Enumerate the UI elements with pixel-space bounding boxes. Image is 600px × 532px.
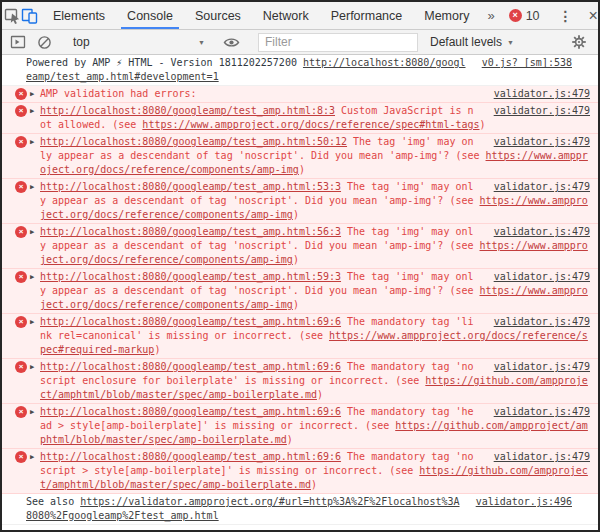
message-link[interactable]: http://localhost:8080/googleamp/test_amp… (40, 136, 347, 147)
message-text: See also (26, 496, 80, 507)
message-link[interactable]: http://localhost:8080/googleamp/test_amp… (40, 105, 335, 116)
expand-triangle-icon[interactable]: ▶ (30, 270, 34, 284)
error-count-badge[interactable]: × 10 (502, 2, 547, 29)
console-message-error: validator.js:479×▶http://localhost:8080/… (2, 449, 598, 494)
console-message-error: validator.js:479×▶http://localhost:8080/… (2, 224, 598, 269)
source-location-link[interactable]: validator.js:479 (494, 450, 590, 464)
tab-console[interactable]: Console (116, 2, 184, 29)
console-toolbar: top ▼ Default levels ▼ (2, 30, 598, 55)
message-link[interactable]: http://localhost:8080/googleamp/test_amp… (40, 271, 341, 282)
error-icon: × (15, 406, 27, 418)
error-count: 10 (526, 9, 540, 23)
device-toolbar-icon[interactable] (21, 2, 38, 29)
message-text: Powered by AMP ⚡ HTML - Version 18112022… (26, 57, 303, 68)
expand-triangle-icon[interactable]: ▶ (30, 360, 34, 374)
message-text: AMP validation had errors: (40, 88, 197, 99)
error-icon: × (509, 9, 522, 22)
source-location-link[interactable]: validator.js:479 (494, 135, 590, 149)
error-icon: × (15, 136, 27, 148)
message-text: ) (299, 164, 305, 175)
expand-triangle-icon[interactable]: ▶ (30, 135, 34, 149)
message-link[interactable]: http://localhost:8080/googleamp/test_amp… (40, 181, 341, 192)
error-icon: × (15, 181, 27, 193)
tab-sources[interactable]: Sources (184, 2, 252, 29)
console-message-error: validator.js:479×▶http://localhost:8080/… (2, 134, 598, 179)
expand-triangle-icon[interactable]: ▶ (30, 405, 34, 419)
source-location-link[interactable]: validator.js:479 (494, 87, 590, 101)
message-link[interactable]: https://www.ampproject.org/docs/referenc… (142, 119, 479, 130)
console-log: v0.js? [sm]:538Powered by AMP ⚡ HTML - V… (2, 55, 598, 530)
expand-triangle-icon[interactable]: ▶ (30, 225, 34, 239)
more-tabs-chevron-icon[interactable]: » (480, 2, 501, 29)
eye-icon[interactable] (218, 36, 245, 49)
chevron-down-icon: ▼ (507, 39, 514, 46)
console-message-info: validator.js:496See also https://validat… (2, 494, 598, 525)
source-location-link[interactable]: validator.js:479 (494, 360, 590, 374)
source-location-link[interactable]: v0.js? [sm]:538 (482, 56, 572, 70)
tab-network[interactable]: Network (252, 2, 320, 29)
tab-elements[interactable]: Elements (42, 2, 116, 29)
source-location-link[interactable]: validator.js:479 (494, 405, 590, 419)
message-link[interactable]: https://validator.ampproject.org/#url=ht… (26, 496, 459, 521)
console-sidebar-toggle-icon[interactable] (4, 35, 31, 49)
close-icon[interactable]: × (581, 2, 600, 29)
chevron-down-icon: ▼ (198, 39, 205, 46)
source-location-link[interactable]: validator.js:479 (494, 225, 590, 239)
clear-console-icon[interactable] (31, 35, 58, 50)
source-location-link[interactable]: validator.js:479 (494, 270, 590, 284)
message-text: ) (293, 209, 299, 220)
messages-container: v0.js? [sm]:538Powered by AMP ⚡ HTML - V… (2, 55, 598, 525)
message-text: ) (293, 254, 299, 265)
error-icon: × (15, 88, 27, 100)
devtools-tab-bar: Elements Console Sources Network Perform… (2, 2, 598, 30)
error-icon: × (15, 105, 27, 117)
error-icon: × (15, 226, 27, 238)
console-message-error: validator.js:479×▶http://localhost:8080/… (2, 404, 598, 449)
console-message-error: validator.js:479×▶http://localhost:8080/… (2, 314, 598, 359)
source-location-link[interactable]: validator.js:496 (476, 495, 572, 509)
console-message-error: validator.js:479×▶http://localhost:8080/… (2, 103, 598, 134)
console-message-info: v0.js? [sm]:538Powered by AMP ⚡ HTML - V… (2, 55, 598, 86)
filter-input[interactable] (258, 33, 418, 52)
message-text: ) (317, 389, 323, 400)
error-icon: × (15, 451, 27, 463)
console-message-error: validator.js:479×▶http://localhost:8080/… (2, 179, 598, 224)
message-link[interactable]: http://localhost:8080/googleamp/test_amp… (40, 406, 341, 417)
message-text: ) (480, 119, 486, 130)
expand-triangle-icon[interactable]: ▶ (30, 450, 34, 464)
expand-triangle-icon[interactable]: ▶ (30, 315, 34, 329)
log-levels-dropdown[interactable]: Default levels ▼ (430, 35, 514, 49)
error-icon: × (15, 361, 27, 373)
context-selector[interactable]: top ▼ (63, 35, 213, 49)
message-text: ) (154, 344, 160, 355)
message-text: ) (293, 299, 299, 310)
message-link[interactable]: http://localhost:8080/googleamp/test_amp… (40, 226, 341, 237)
source-location-link[interactable]: validator.js:479 (494, 315, 590, 329)
tab-performance[interactable]: Performance (320, 2, 414, 29)
console-prompt[interactable]: > (2, 525, 598, 530)
message-text: ) (311, 479, 317, 490)
inspect-element-icon[interactable] (4, 2, 21, 29)
tab-memory[interactable]: Memory (413, 2, 480, 29)
log-levels-value: Default levels (430, 35, 502, 49)
console-message-error: validator.js:479×▶AMP validation had err… (2, 86, 598, 103)
message-link[interactable]: http://localhost:8080/googleamp/test_amp… (40, 316, 341, 327)
source-location-link[interactable]: validator.js:479 (494, 180, 590, 194)
expand-triangle-icon[interactable]: ▶ (30, 104, 34, 118)
source-location-link[interactable]: validator.js:479 (494, 104, 590, 118)
context-selector-value: top (73, 35, 90, 49)
expand-triangle-icon[interactable]: ▶ (30, 180, 34, 194)
error-icon: × (15, 316, 27, 328)
error-icon: × (15, 271, 27, 283)
menu-dots-icon[interactable]: ⋮ (551, 2, 581, 29)
settings-gear-icon[interactable] (565, 34, 592, 50)
message-link[interactable]: http://localhost:8080/googleamp/test_amp… (40, 361, 341, 372)
expand-triangle-icon[interactable]: ▶ (30, 87, 34, 101)
devtools-window: Elements Console Sources Network Perform… (0, 0, 600, 532)
console-message-error: validator.js:479×▶http://localhost:8080/… (2, 269, 598, 314)
message-link[interactable]: http://localhost:8080/googleamp/test_amp… (40, 451, 341, 462)
console-message-error: validator.js:479×▶http://localhost:8080/… (2, 359, 598, 404)
message-text: ) (287, 434, 293, 445)
prompt-chevron-icon: > (17, 528, 24, 530)
